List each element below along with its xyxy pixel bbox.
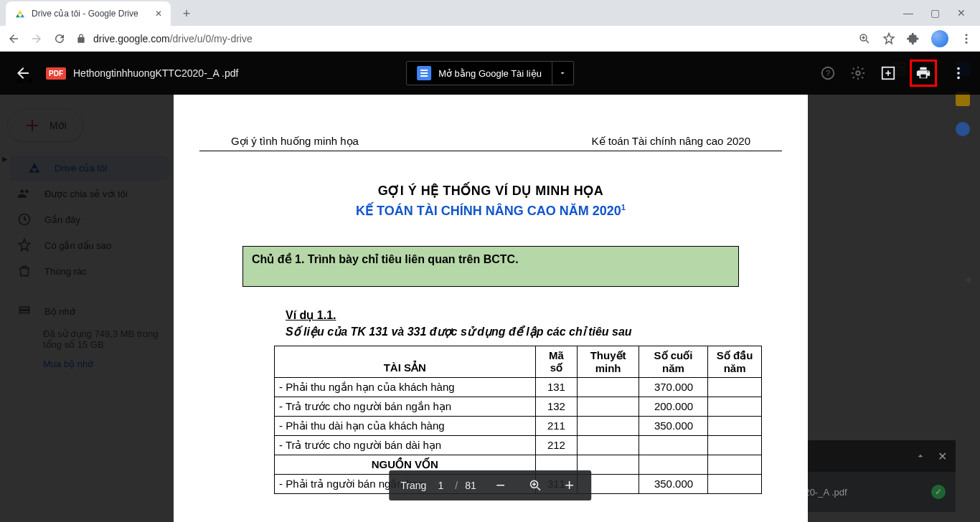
page-toolbar: Trang 1 / 81 − +: [389, 470, 591, 500]
maximize-button[interactable]: ▢: [930, 7, 940, 19]
chevron-right-icon[interactable]: ▶: [0, 155, 10, 181]
clock-icon: [17, 212, 32, 227]
profile-avatar[interactable]: [931, 30, 948, 47]
toast-close-icon[interactable]: ✕: [938, 450, 947, 463]
topic-box: Chủ đề 1. Trình bày chỉ tiêu liên quan t…: [242, 246, 739, 287]
example-subtitle: Số liệu của TK 131 và 331 được sử dụng đ…: [286, 325, 808, 338]
page-current[interactable]: 1: [433, 480, 448, 491]
viewer-back-button[interactable]: [13, 63, 33, 83]
settings-icon[interactable]: [849, 65, 867, 82]
svg-point-6: [966, 41, 968, 43]
storage-usage-text: Đã sử dụng 749,3 MB trong tổng số 15 GB: [0, 324, 179, 351]
new-button-label: Mới: [50, 120, 67, 131]
open-with-button: Mở bằng Google Tài liệu: [406, 61, 574, 85]
close-window-button[interactable]: ✕: [957, 7, 966, 19]
sidebar-item-storage[interactable]: Bộ nhớ: [0, 298, 179, 324]
svg-line-27: [537, 488, 540, 490]
bookmark-icon[interactable]: [882, 32, 895, 45]
pdf-badge: PDF: [46, 67, 66, 80]
svg-text:?: ?: [826, 69, 830, 77]
sidebar-item-starred[interactable]: Có gắn dấu sao: [0, 232, 179, 258]
drive-sidebar: Mới ▶ Drive của tôi Được chia sẻ với tôi…: [0, 98, 179, 376]
storage-icon: [17, 304, 32, 318]
star-icon: [17, 238, 32, 252]
lock-icon: [76, 34, 86, 44]
svg-rect-8: [19, 307, 29, 309]
address-field[interactable]: drive.google.com/drive/u/0/my-drive: [76, 33, 848, 44]
toast-collapse-icon[interactable]: [915, 450, 926, 462]
sidebar-item-label: Drive của tôi: [55, 163, 107, 174]
print-button[interactable]: [915, 65, 932, 82]
svg-point-23: [957, 67, 960, 70]
zoom-out-button[interactable]: −: [491, 475, 511, 495]
document-page[interactable]: Gợi ý tình huống minh họa Kế toán Tài ch…: [174, 95, 808, 522]
browser-tab[interactable]: Drive của tôi - Google Drive ✕: [6, 1, 171, 26]
table-row: - Trả trước cho người bán dài hạn212: [275, 436, 762, 455]
tab-close-icon[interactable]: ✕: [155, 9, 162, 19]
table-row: - Phải thu dài hạn của khách hàng211350.…: [275, 417, 762, 436]
people-icon: [17, 186, 32, 201]
th-begin: Số đầu năm: [708, 346, 762, 378]
extensions-icon[interactable]: [907, 32, 920, 45]
svg-line-1: [866, 40, 869, 43]
check-icon: ✓: [931, 485, 946, 499]
drive-folder-icon: [27, 161, 42, 175]
forward-button[interactable]: [30, 32, 43, 45]
open-with-label: Mở bằng Google Tài liệu: [438, 68, 542, 79]
sidebar-item-label: Có gắn dấu sao: [44, 240, 111, 251]
minimize-button[interactable]: —: [903, 7, 913, 19]
reload-button[interactable]: [53, 32, 66, 45]
add-to-drive-icon[interactable]: [880, 65, 897, 82]
tasks-icon[interactable]: [956, 122, 970, 136]
svg-point-25: [957, 77, 960, 80]
th-code: Mã số: [535, 346, 578, 378]
sidebar-item-label: Bộ nhớ: [44, 306, 75, 317]
zoom-reset-button[interactable]: [525, 475, 545, 495]
more-actions-icon[interactable]: [950, 65, 967, 82]
svg-rect-9: [19, 310, 29, 313]
doc-header-left: Gợi ý tình huống minh họa: [231, 135, 359, 148]
trash-icon: [17, 264, 32, 278]
sidebar-item-shared[interactable]: Được chia sẻ với tôi: [0, 181, 179, 207]
addon-plus-icon[interactable]: +: [964, 272, 973, 289]
sidebar-item-trash[interactable]: Thùng rác: [0, 258, 179, 284]
chrome-menu-icon[interactable]: [960, 32, 973, 45]
svg-point-24: [957, 72, 960, 75]
sidebar-item-my-drive[interactable]: Drive của tôi: [10, 155, 172, 181]
page-total: 81: [465, 480, 476, 491]
th-note: Thuyết minh: [578, 346, 639, 378]
print-button-highlight: [910, 60, 937, 87]
open-with-dropdown[interactable]: [552, 61, 573, 85]
table-row: - Trả trước cho người bán ngắn hạn132200…: [275, 397, 762, 417]
buy-storage-link[interactable]: Mua bộ nhớ: [0, 351, 179, 369]
new-tab-button[interactable]: +: [176, 4, 197, 24]
sidebar-item-label: Gần đây: [44, 214, 80, 225]
th-end: Số cuối năm: [639, 346, 707, 378]
svg-point-19: [856, 71, 860, 75]
plus-icon: [24, 117, 41, 134]
zoom-icon[interactable]: [858, 32, 871, 45]
chrome-address-bar: drive.google.com/drive/u/0/my-drive: [0, 26, 980, 52]
zoom-in-button[interactable]: +: [560, 475, 580, 495]
example-label: Ví dụ 1.1.: [286, 308, 808, 322]
doc-subtitle: KẾ TOÁN TÀI CHÍNH NÂNG CAO NĂM 20201: [174, 203, 808, 219]
table-row: - Phải thu ngắn hạn của khách hàng131370…: [275, 378, 762, 397]
th-asset: TÀI SẢN: [275, 346, 536, 378]
sidebar-item-recent[interactable]: Gần đây: [0, 207, 179, 232]
viewer-topbar: PDF HethongtinhhuongKTTC2020-_A .pdf Mở …: [0, 52, 980, 95]
page-sep: /: [455, 480, 458, 491]
google-docs-icon: [417, 66, 431, 80]
doc-header-right: Kế toán Tài chính nâng cao 2020: [592, 135, 750, 148]
viewer-filename: HethongtinhhuongKTTC2020-_A .pdf: [73, 67, 238, 79]
open-with-main[interactable]: Mở bằng Google Tài liệu: [407, 66, 552, 80]
chrome-tab-bar: Drive của tôi - Google Drive ✕ +: [0, 0, 980, 26]
svg-point-5: [966, 37, 968, 39]
sidebar-item-label: Thùng rác: [44, 266, 87, 277]
page-label: Trang: [400, 480, 426, 491]
sidebar-item-label: Được chia sẻ với tôi: [44, 189, 128, 199]
drive-icon: [14, 8, 26, 19]
new-button[interactable]: Mới: [7, 109, 83, 142]
window-controls: — ▢ ✕: [903, 0, 980, 26]
back-button[interactable]: [7, 32, 20, 45]
help-icon[interactable]: ?: [819, 65, 837, 82]
